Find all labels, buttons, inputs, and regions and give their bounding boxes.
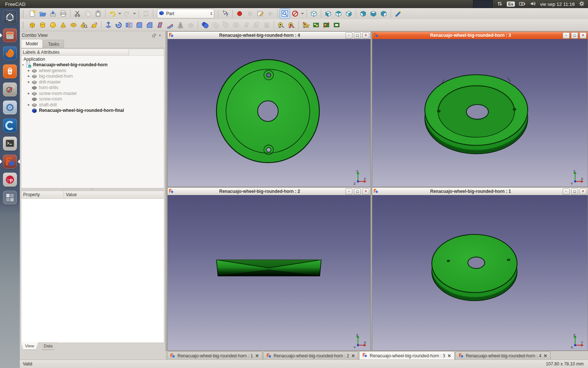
print-icon[interactable] (58, 9, 68, 18)
launcher-item-chat-app[interactable]: :-p (3, 172, 17, 187)
keyboard-layout-badge[interactable]: Es (507, 1, 514, 7)
tree-column-header[interactable]: Labels & Attributes (21, 49, 129, 56)
view-rear-icon[interactable] (358, 9, 368, 18)
launcher-item-freecad[interactable] (3, 154, 17, 169)
window-titlebar[interactable]: Renacuajo-wheel-big-rounded-horn : 2 − ◻… (168, 188, 370, 195)
value-column-header[interactable]: Value (64, 191, 77, 198)
tab-close-icon[interactable]: ✕ (255, 353, 259, 358)
draw-style-dropdown[interactable] (301, 9, 304, 18)
expander-icon[interactable]: ▶ (27, 75, 31, 78)
maximize-button[interactable]: ◻ (571, 188, 578, 195)
measure-annotation-icon[interactable] (332, 20, 341, 30)
create-primitives-icon[interactable] (79, 20, 89, 30)
tree-item-wheel-generic[interactable]: ▶wheel-generic (21, 68, 164, 74)
tab-view[interactable]: View (21, 342, 38, 350)
tree-item-drill-master[interactable]: ▶drill-master (21, 79, 164, 85)
measure-toggle-all-icon[interactable] (311, 20, 321, 30)
sweep-icon[interactable] (165, 20, 175, 30)
launcher-item-c-application[interactable] (3, 118, 17, 133)
tab-close-icon[interactable]: ✕ (448, 353, 451, 358)
redo-dropdown[interactable] (133, 9, 136, 18)
maximize-button[interactable]: ◻ (571, 32, 578, 39)
minimize-button[interactable]: − (563, 32, 570, 39)
chamfer-icon[interactable] (145, 20, 154, 30)
expander-icon[interactable]: ▶ (27, 81, 31, 84)
property-column-header[interactable]: Property (21, 191, 64, 198)
primitive-box-icon[interactable] (28, 20, 37, 30)
extrude-icon[interactable] (104, 20, 113, 30)
arrows-sync-icon[interactable] (496, 0, 503, 8)
tab-data[interactable]: Data (40, 342, 57, 350)
window-titlebar[interactable]: Renacuajo-wheel-big-rounded-horn : 4 − ◻… (168, 32, 370, 39)
measure-toggle-3d-icon[interactable] (322, 20, 331, 30)
workbench-selector[interactable]: Part (157, 9, 214, 18)
window-titlebar[interactable]: Renacuajo-wheel-big-rounded-horn : 1 − ◻… (372, 188, 588, 195)
clock[interactable]: vie sep 12 11:16 (540, 1, 575, 7)
macro-record-icon[interactable] (235, 9, 244, 18)
close-button[interactable]: × (362, 32, 369, 39)
view-top-icon[interactable] (334, 9, 343, 18)
view-bottom-icon[interactable] (369, 9, 378, 18)
close-button[interactable]: × (580, 32, 587, 39)
panel-close-icon[interactable]: × (157, 33, 163, 38)
session-menu-gear-icon[interactable] (578, 0, 585, 8)
launcher-item-workspace-switcher[interactable] (3, 190, 17, 205)
tree-item-document[interactable]: ▼Renacuajo-wheel-big-rounded-horn (21, 62, 164, 68)
view-isometric-icon[interactable] (309, 9, 319, 18)
panel-float-icon[interactable] (151, 33, 157, 38)
toolbar-handle[interactable] (23, 10, 25, 17)
launcher-item-files[interactable] (3, 28, 17, 43)
macro-edit-icon[interactable] (255, 9, 265, 18)
fillet-icon[interactable] (135, 20, 144, 30)
tab-close-icon[interactable]: ✕ (351, 353, 355, 358)
tab-tasks[interactable]: Tasks (43, 40, 64, 48)
launcher-item-ubuntu-dash[interactable] (3, 10, 17, 25)
tree-item-horn-drills[interactable]: horn-drills (21, 85, 164, 91)
view-right-icon[interactable] (344, 9, 354, 18)
primitive-cone-icon[interactable] (58, 20, 68, 30)
primitive-sphere-icon[interactable] (48, 20, 58, 30)
tab-close-icon[interactable]: ✕ (544, 353, 547, 358)
measure-linear-icon[interactable] (276, 20, 286, 30)
measure-clear-all-icon[interactable] (301, 20, 311, 30)
maximize-button[interactable]: ◻ (354, 188, 361, 195)
expander-icon[interactable]: ▶ (27, 103, 31, 106)
volume-icon[interactable] (530, 0, 537, 8)
measure-angular-icon[interactable] (287, 20, 296, 30)
tree-root-application[interactable]: Application (21, 56, 164, 62)
fit-all-icon[interactable] (280, 9, 290, 18)
workbench-selector-spinner[interactable] (210, 12, 212, 15)
viewport-3d-isometric-bottom[interactable]: Z Y X (372, 195, 588, 350)
tree-item-screw-room[interactable]: screw-room (21, 96, 164, 102)
primitive-torus-icon[interactable] (69, 20, 78, 30)
launcher-item-system-settings[interactable] (3, 82, 17, 97)
new-file-icon[interactable] (28, 9, 37, 18)
minimize-button[interactable]: − (563, 188, 570, 195)
whatsthis-icon[interactable]: ? (220, 9, 230, 18)
save-icon[interactable] (48, 9, 58, 18)
paste-icon[interactable] (93, 9, 103, 18)
tree-item-screw-room-master[interactable]: ▶screw-room-master (21, 91, 164, 96)
launcher-item-software-center[interactable]: A (3, 64, 17, 79)
revolve-icon[interactable] (114, 20, 123, 30)
launcher-item-firefox[interactable] (3, 46, 17, 61)
loft-icon[interactable] (176, 20, 185, 30)
view-front-icon[interactable] (323, 9, 333, 18)
open-file-icon[interactable] (38, 9, 47, 18)
battery-icon[interactable] (519, 0, 526, 8)
viewport-3d-side[interactable]: Z X Y (168, 195, 370, 350)
close-button[interactable]: × (362, 188, 369, 195)
expander-icon[interactable]: ▶ (27, 92, 31, 95)
cut-icon[interactable] (73, 9, 82, 18)
tree-item-shaft-drill[interactable]: ▶shaft-drill (21, 102, 164, 108)
tab-model[interactable]: Model (21, 39, 43, 48)
undo-icon[interactable] (108, 9, 117, 18)
measure-distance-icon[interactable] (393, 9, 403, 18)
document-tab[interactable]: Renacuajo-wheel-big-rounded-horn : 4✕ (455, 351, 551, 360)
draw-style-icon[interactable] (290, 9, 300, 18)
document-tab[interactable]: Renacuajo-wheel-big-rounded-horn : 1✕ (167, 351, 262, 360)
primitive-cylinder-icon[interactable] (38, 20, 47, 30)
undo-dropdown[interactable] (118, 9, 122, 18)
document-tab[interactable]: Renacuajo-wheel-big-rounded-horn : 2✕ (263, 351, 359, 360)
minimize-button[interactable]: − (345, 188, 352, 195)
